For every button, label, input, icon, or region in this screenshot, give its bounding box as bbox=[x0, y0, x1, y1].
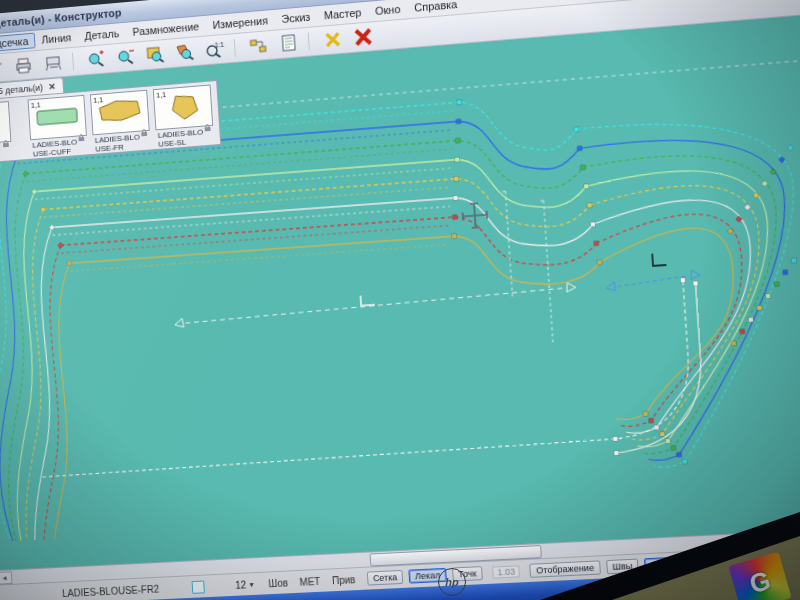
lock-icon bbox=[1, 134, 8, 140]
piece-card-ol[interactable]: S-BLOOL bbox=[0, 101, 13, 164]
body-area: USE - 5 деталь(и) ✕ S-BLOOL1,1LADIES-BLO… bbox=[0, 8, 800, 585]
size-value: 12 bbox=[235, 579, 246, 590]
lock-icon bbox=[203, 118, 210, 124]
scheme-icon[interactable] bbox=[245, 33, 272, 59]
lock-icon bbox=[140, 123, 147, 129]
zoom-in-icon[interactable] bbox=[83, 47, 109, 72]
delete-red-icon[interactable] bbox=[350, 24, 377, 50]
status-label-мет: МЕТ bbox=[299, 575, 320, 587]
menu-item-мастер[interactable]: Мастер bbox=[317, 4, 369, 24]
zoom-piece-icon[interactable] bbox=[172, 39, 199, 65]
current-piece-name: LADIES-BLOUSE-FR2 bbox=[62, 582, 187, 599]
report-icon[interactable] bbox=[275, 30, 302, 56]
application-window: 5 деталь(и) - Конструктор а НадсечкаЛини… bbox=[0, 0, 800, 600]
crosshair-cursor bbox=[462, 203, 488, 229]
piece-scale: 1,1 bbox=[93, 95, 103, 105]
menu-item-линия[interactable]: Линия bbox=[34, 29, 78, 48]
delete-yellow-icon[interactable] bbox=[319, 27, 346, 53]
pattern-canvas[interactable]: USE - 5 деталь(и) ✕ S-BLOOL1,1LADIES-BLO… bbox=[0, 8, 800, 570]
lock-icon bbox=[77, 128, 84, 134]
toolbar-separator bbox=[72, 52, 78, 70]
status-button-швы[interactable]: Швы bbox=[606, 559, 639, 575]
menu-item-окно[interactable]: Окно bbox=[368, 0, 408, 19]
dropdown-arrow-icon: ▼ bbox=[248, 581, 255, 588]
piece-card-use-cuff[interactable]: 1,1LADIES-BLOUSE-CUFF bbox=[28, 95, 89, 159]
status-checkbox[interactable] bbox=[192, 580, 205, 593]
status-button-отображение[interactable]: Отображение bbox=[530, 560, 601, 577]
size-selector[interactable]: 12 ▼ bbox=[235, 579, 255, 591]
status-label-прив: Прив bbox=[332, 574, 356, 586]
zoom-window-icon[interactable] bbox=[142, 42, 168, 68]
menu-item-эскиз[interactable]: Эскиз bbox=[274, 8, 317, 27]
printer-icon[interactable] bbox=[11, 53, 37, 78]
scroll-left-arrow-icon[interactable]: ◄ bbox=[0, 571, 12, 584]
piece-preview[interactable]: 1,1 bbox=[90, 90, 150, 136]
zoom-out-icon[interactable] bbox=[113, 44, 139, 70]
menu-item-надсечка[interactable]: Надсечка bbox=[0, 33, 35, 54]
piece-preview[interactable]: 1,1 bbox=[28, 95, 87, 140]
piece-card-use-fr[interactable]: 1,1LADIES-BLOUSE-FR bbox=[90, 90, 151, 154]
status-button-сетка[interactable]: Сетка bbox=[367, 570, 404, 586]
piece-scale: 1,1 bbox=[31, 100, 41, 110]
status-scale-field[interactable]: 1.03 bbox=[492, 565, 520, 578]
zoom-1to1-icon[interactable]: 1:1 bbox=[202, 37, 229, 63]
piece-card-use-sl[interactable]: 1,1LADIES-BLOUSE-SL bbox=[153, 85, 215, 149]
undo-icon[interactable] bbox=[0, 55, 8, 80]
piece-scale: 1,1 bbox=[156, 90, 167, 100]
photo-stage: 5 деталь(и) - Конструктор а НадсечкаЛини… bbox=[0, 0, 800, 600]
plotter-icon[interactable] bbox=[41, 50, 67, 75]
tab-close-icon[interactable]: ✕ bbox=[48, 81, 56, 91]
menu-item-деталь[interactable]: Деталь bbox=[77, 25, 126, 45]
hp-logo: hp bbox=[438, 568, 466, 596]
piece-preview[interactable]: 1,1 bbox=[153, 85, 213, 131]
svg-text:1:1: 1:1 bbox=[214, 41, 224, 49]
status-button-сетка[interactable]: Сетка bbox=[644, 556, 682, 572]
monitor: 5 деталь(и) - Конструктор а НадсечкаЛини… bbox=[0, 0, 800, 600]
status-label-шов: Шов bbox=[268, 577, 288, 589]
piece-preview[interactable] bbox=[0, 101, 11, 146]
toolbar-separator bbox=[308, 32, 314, 50]
toolbar-separator bbox=[234, 39, 240, 57]
menu-item-измерения[interactable]: Измерения bbox=[205, 12, 275, 34]
menu-item-справка[interactable]: Справка bbox=[407, 0, 465, 16]
